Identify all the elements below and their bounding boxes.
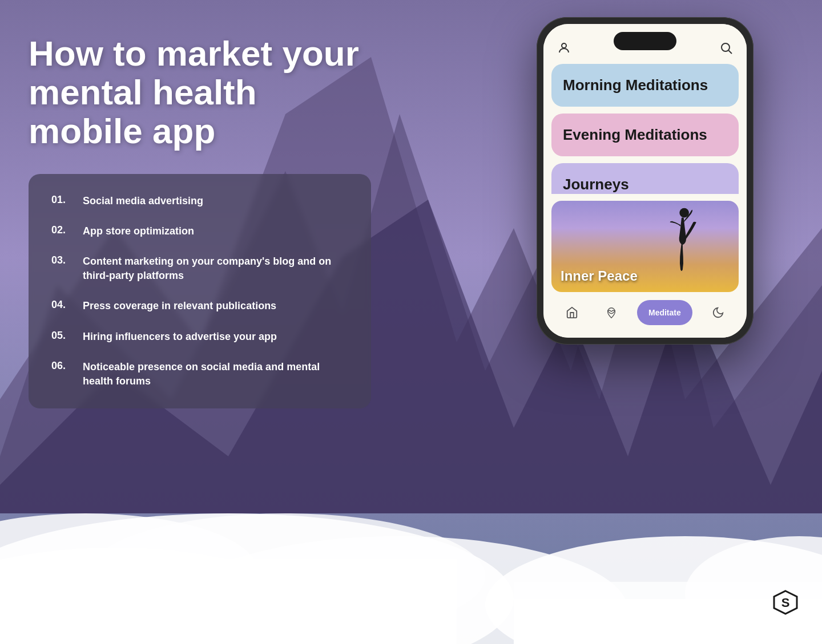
dynamic-island [614,32,676,50]
inner-peace-label: Inner Peace [561,268,638,284]
phone-outer: Morning Meditations Evening Meditations … [537,17,754,345]
phone-content: Morning Meditations Evening Meditations … [543,64,747,338]
list-num-3: 03. [51,254,83,266]
bottom-nav: Meditate [543,292,747,338]
phone-mockup: Morning Meditations Evening Meditations … [537,17,754,345]
list-num-4: 04. [51,299,83,311]
list-item: 04. Press coverage in relevant publicati… [51,299,348,313]
list-text-3: Content marketing on your company's blog… [83,254,348,283]
svg-text:S: S [781,596,790,610]
list-text-6: Noticeable presence on social media and … [83,360,348,388]
nav-lotus[interactable] [598,299,625,326]
list-num-1: 01. [51,194,83,206]
evening-meditations-label: Evening Meditations [563,126,707,143]
list-card: 01. Social media advertising 02. App sto… [29,174,371,409]
list-item: 01. Social media advertising [51,194,348,208]
main-title: How to market your mental health mobile … [29,34,371,151]
list-item: 02. App store optimization [51,224,348,238]
journeys-card[interactable]: Journeys [551,163,739,193]
phone-inner: Morning Meditations Evening Meditations … [543,24,747,338]
nav-moon[interactable] [704,299,732,326]
meditate-label: Meditate [648,308,681,317]
evening-meditations-card[interactable]: Evening Meditations [551,114,739,156]
profile-icon[interactable] [557,41,571,58]
list-item: 05. Hiring influencers to advertise your… [51,330,348,344]
brand-logo: S [772,589,799,621]
list-text-2: App store optimization [83,224,194,238]
list-item: 06. Noticeable presence on social media … [51,360,348,388]
svg-point-15 [562,43,566,48]
search-icon[interactable] [719,41,733,58]
morning-meditations-card[interactable]: Morning Meditations [551,64,739,107]
nav-meditate[interactable]: Meditate [637,300,692,325]
nav-home[interactable] [558,299,586,326]
journeys-label: Journeys [563,176,727,193]
inner-peace-bg: Inner Peace [551,201,739,292]
list-text-1: Social media advertising [83,194,203,208]
left-panel: How to market your mental health mobile … [29,34,371,408]
svg-point-16 [722,43,730,51]
svg-line-17 [729,51,732,54]
list-item: 03. Content marketing on your company's … [51,254,348,283]
list-num-6: 06. [51,360,83,372]
svg-rect-10 [0,593,457,644]
morning-meditations-label: Morning Meditations [563,76,708,94]
list-num-5: 05. [51,330,83,342]
list-num-2: 02. [51,224,83,236]
list-text-4: Press coverage in relevant publications [83,299,276,313]
list-text-5: Hiring influencers to advertise your app [83,330,277,344]
yoga-silhouette [659,206,704,275]
inner-peace-card[interactable]: Inner Peace [551,201,739,292]
